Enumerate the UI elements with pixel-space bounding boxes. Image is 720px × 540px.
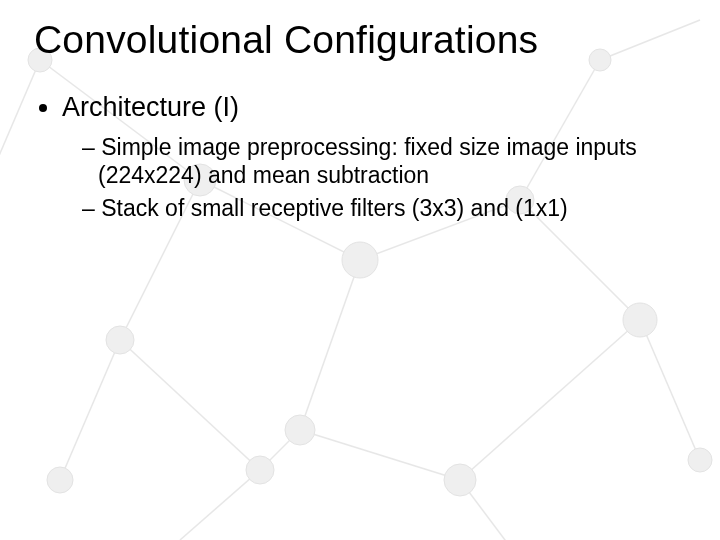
- sub-bullet-list: Simple image preprocessing: fixed size i…: [62, 133, 686, 223]
- sub-bullet-filters: Stack of small receptive filters (3x3) a…: [82, 194, 686, 223]
- bullet-architecture: Architecture (I) Simple image preprocess…: [62, 91, 686, 223]
- slide-title: Convolutional Configurations: [34, 18, 686, 63]
- bullet-list: Architecture (I) Simple image preprocess…: [34, 91, 686, 223]
- bullet-architecture-label: Architecture (I): [62, 92, 239, 122]
- slide-content: Convolutional Configurations Architectur…: [0, 0, 720, 540]
- sub-bullet-preprocessing: Simple image preprocessing: fixed size i…: [82, 133, 686, 191]
